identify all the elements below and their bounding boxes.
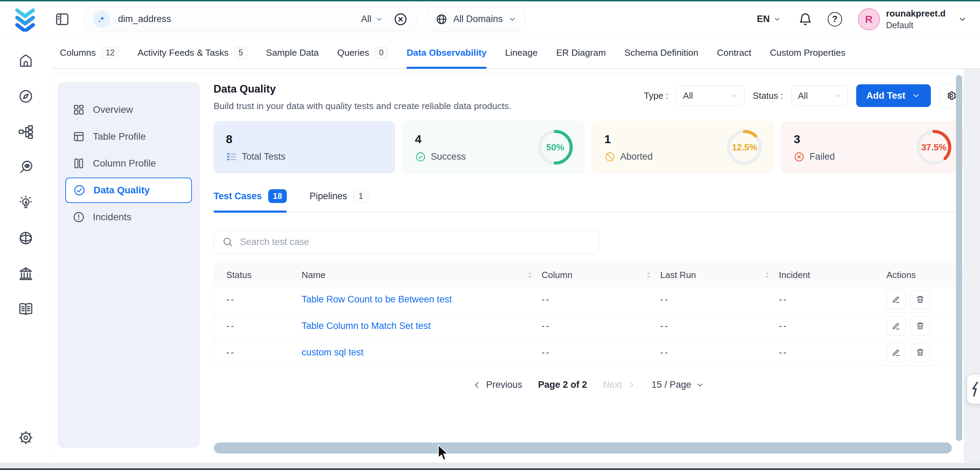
aborted-value: 1 xyxy=(605,132,653,146)
tab-schema-definition[interactable]: Schema Definition xyxy=(624,37,698,68)
status-filter-select[interactable]: All xyxy=(792,85,848,106)
tab-custom-properties[interactable]: Custom Properties xyxy=(770,37,845,68)
openmetadata-logo[interactable] xyxy=(12,7,38,32)
horizontal-scrollbar[interactable] xyxy=(214,443,952,454)
search-scope-dropdown[interactable]: All xyxy=(361,14,383,24)
test-case-link[interactable]: Table Column to Match Set test xyxy=(302,321,431,331)
delete-button[interactable] xyxy=(910,290,930,309)
total-tests-label: Total Tests xyxy=(242,151,285,162)
data-flow-icon[interactable] xyxy=(18,124,34,140)
explore-compass-icon[interactable] xyxy=(18,88,34,104)
table-row: -- Table Row Count to be Between test --… xyxy=(214,286,963,313)
row-status: -- xyxy=(214,321,302,331)
delete-button[interactable] xyxy=(910,343,930,362)
user-team: Default xyxy=(886,20,946,30)
observability-lens-icon[interactable] xyxy=(18,159,34,175)
glossary-book-icon[interactable] xyxy=(18,301,34,317)
tab-contract[interactable]: Contract xyxy=(717,37,751,68)
test-case-link[interactable]: custom sql test xyxy=(302,347,363,358)
bolt-icon xyxy=(970,382,980,397)
sidebar-item-column-profile[interactable]: Column Profile xyxy=(65,151,192,176)
tab-queries[interactable]: Queries 0 xyxy=(337,37,388,68)
insights-bulb-icon[interactable] xyxy=(18,195,34,210)
trash-icon xyxy=(915,295,925,304)
help-button[interactable]: ? xyxy=(828,12,842,27)
delete-button[interactable] xyxy=(910,316,930,335)
col-header-name[interactable]: Name xyxy=(302,270,542,280)
chevron-down-icon xyxy=(730,92,738,99)
global-search-bar[interactable]: dim_address All xyxy=(84,7,417,31)
search-input[interactable]: dim_address xyxy=(118,14,171,24)
user-menu[interactable]: rounakpreet.d Default xyxy=(886,8,946,30)
row-status: -- xyxy=(214,294,302,305)
user-name: rounakpreet.d xyxy=(886,8,946,19)
global-header: dim_address All All Domains xyxy=(0,2,980,37)
profiler-sidebar: Overview Table Profile Column Profile xyxy=(57,82,200,448)
previous-page-button[interactable]: Previous xyxy=(473,379,522,390)
test-case-link[interactable]: Table Row Count to be Between test xyxy=(302,294,452,305)
domains-globe-icon[interactable] xyxy=(18,230,34,246)
edit-button[interactable] xyxy=(886,316,906,335)
domains-dropdown[interactable]: All Domains xyxy=(426,7,526,32)
col-header-last-run[interactable]: Last Run xyxy=(660,270,779,280)
left-nav-rail xyxy=(0,38,52,463)
table-row: -- Table Column to Match Set test -- -- … xyxy=(214,313,963,339)
user-avatar[interactable]: R xyxy=(858,8,880,30)
sort-icon[interactable] xyxy=(646,271,651,279)
notifications-button[interactable] xyxy=(798,12,813,27)
col-header-incident: Incident xyxy=(779,270,877,280)
page-subtitle: Build trust in your data with quality te… xyxy=(213,101,511,112)
col-header-column[interactable]: Column xyxy=(542,270,660,280)
entity-tab-bar: Columns 12 Activity Feeds & Tasks 5 Samp… xyxy=(52,37,980,69)
add-test-button[interactable]: Add Test xyxy=(856,84,931,107)
test-case-tabs: Test Cases 18 Pipelines 1 xyxy=(213,189,963,213)
table-icon xyxy=(72,130,85,143)
sort-icon[interactable] xyxy=(764,271,770,279)
sidebar-item-overview[interactable]: Overview xyxy=(65,97,192,123)
success-value: 4 xyxy=(415,132,466,146)
governance-bank-icon[interactable] xyxy=(18,266,34,282)
tab-pipelines[interactable]: Pipelines 1 xyxy=(309,189,368,212)
row-column: -- xyxy=(542,321,660,331)
floating-action-button[interactable] xyxy=(967,374,980,404)
chevron-down-icon[interactable] xyxy=(958,15,967,24)
app-window: dim_address All All Domains xyxy=(0,0,980,470)
page-title: Data Quality xyxy=(213,83,511,95)
table-header-row: Status Name Column Last Run xyxy=(214,264,963,286)
checklist-icon xyxy=(226,151,237,163)
row-status: -- xyxy=(214,347,302,358)
language-dropdown[interactable]: EN xyxy=(757,14,781,24)
type-filter-select[interactable]: All xyxy=(676,85,745,106)
edit-button[interactable] xyxy=(886,290,906,309)
page-indicator: Page 2 of 2 xyxy=(538,379,587,390)
search-test-case-input[interactable] xyxy=(239,236,591,248)
row-last-run: -- xyxy=(660,321,779,331)
sort-icon[interactable] xyxy=(527,271,533,279)
sidebar-item-table-profile[interactable]: Table Profile xyxy=(65,124,192,149)
home-icon[interactable] xyxy=(18,53,34,69)
tab-test-cases[interactable]: Test Cases 18 xyxy=(213,189,287,212)
tab-data-observability[interactable]: Data Observability xyxy=(406,37,487,68)
settings-gear-icon[interactable] xyxy=(18,430,34,446)
vertical-scrollbar[interactable] xyxy=(956,75,962,441)
filter-controls: Type : All Status : All Add Test xyxy=(644,84,963,108)
tab-er-diagram[interactable]: ER Diagram xyxy=(556,37,606,68)
test-cases-count-badge: 18 xyxy=(268,189,287,203)
col-header-actions: Actions xyxy=(877,270,963,280)
chevron-right-icon xyxy=(627,381,636,389)
clear-search-icon[interactable] xyxy=(393,12,408,27)
page-size-select[interactable]: 15 / Page xyxy=(652,379,705,390)
test-case-search[interactable] xyxy=(213,230,599,254)
sidebar-item-label: Data Quality xyxy=(94,185,150,196)
pencil-icon xyxy=(891,347,901,357)
sidebar-item-incidents[interactable]: Incidents xyxy=(65,204,192,230)
tab-columns[interactable]: Columns 12 xyxy=(60,37,119,68)
status-filter-label: Status : xyxy=(753,91,783,101)
sidebar-toggle-icon[interactable] xyxy=(54,11,70,27)
tab-sample-data[interactable]: Sample Data xyxy=(266,37,319,68)
sidebar-item-data-quality[interactable]: Data Quality xyxy=(65,178,192,203)
edit-button[interactable] xyxy=(886,343,906,362)
tab-activity-feeds[interactable]: Activity Feeds & Tasks 5 xyxy=(138,37,247,68)
next-page-button[interactable]: Next xyxy=(603,379,636,390)
tab-lineage[interactable]: Lineage xyxy=(505,37,538,68)
